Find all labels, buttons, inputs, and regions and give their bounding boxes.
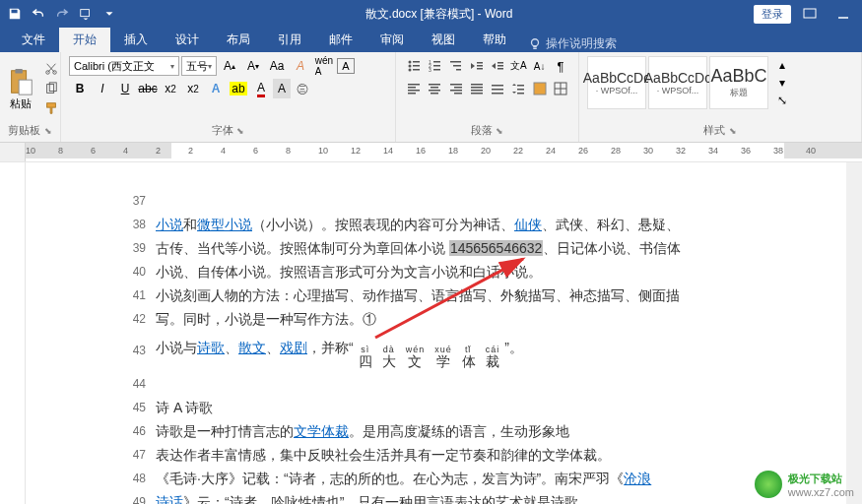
tab-mailings[interactable]: 邮件	[315, 28, 366, 52]
grow-font-icon[interactable]: A▴	[219, 56, 240, 76]
tab-insert[interactable]: 插入	[110, 28, 162, 52]
distribute-icon[interactable]	[488, 79, 507, 98]
ruler-mark: 6	[253, 146, 258, 156]
styles-up-icon[interactable]: ▴	[772, 56, 792, 74]
svg-point-14	[409, 65, 412, 68]
link-weixing[interactable]: 微型小说	[197, 217, 252, 232]
ribbon-display-icon[interactable]	[795, 0, 825, 28]
tab-references[interactable]: 引用	[264, 28, 315, 52]
text-direction-icon[interactable]: 文A	[508, 56, 528, 76]
cut-icon[interactable]	[41, 60, 61, 78]
link-shihua[interactable]: 诗话	[156, 494, 183, 504]
paste-button[interactable]: 粘贴	[6, 67, 35, 111]
svg-point-16	[409, 69, 412, 72]
show-marks-icon[interactable]: ¶	[551, 56, 570, 76]
justify-icon[interactable]	[467, 79, 487, 98]
copy-icon[interactable]	[41, 80, 61, 97]
svg-rect-35	[450, 84, 462, 86]
text-effects-icon[interactable]: A	[205, 79, 227, 98]
minimize-icon[interactable]	[829, 0, 858, 28]
chevron-down-icon[interactable]	[99, 3, 120, 25]
format-painter-icon[interactable]	[41, 99, 61, 117]
tab-layout[interactable]: 布局	[213, 28, 264, 52]
clipboard-icon	[6, 67, 35, 96]
multilevel-icon[interactable]	[446, 56, 466, 76]
style-wpsof-1[interactable]: AaBbCcDc· WPSOf...	[587, 56, 646, 109]
redo-icon[interactable]	[51, 3, 73, 25]
tab-design[interactable]: 设计	[162, 28, 213, 52]
char-border-icon[interactable]: A	[337, 58, 355, 74]
ruby-char: cái裁	[486, 346, 500, 368]
svg-point-3	[532, 38, 539, 45]
clear-format-icon[interactable]: A	[290, 56, 311, 76]
ruler-mark: 20	[481, 146, 491, 156]
link-xianxia[interactable]: 仙侠	[514, 217, 542, 232]
undo-icon[interactable]	[28, 3, 49, 25]
link-wenxue[interactable]: 文学体裁	[294, 423, 349, 439]
vertical-ruler[interactable]	[0, 162, 26, 504]
svg-rect-15	[413, 65, 420, 67]
subscript-button[interactable]: x2	[160, 79, 181, 98]
tab-help[interactable]: 帮助	[469, 28, 520, 52]
highlight-icon[interactable]: ab	[228, 79, 249, 98]
italic-button[interactable]: I	[92, 79, 113, 98]
styles-down-icon[interactable]: ▾	[772, 74, 792, 92]
link-xiju[interactable]: 戏剧	[280, 340, 307, 355]
paragraph-group-label: 段落	[471, 124, 493, 136]
tab-review[interactable]: 审阅	[366, 28, 418, 52]
superscript-button[interactable]: x2	[182, 79, 204, 98]
decrease-indent-icon[interactable]	[467, 56, 487, 76]
borders-icon[interactable]	[551, 79, 570, 98]
bullets-icon[interactable]	[404, 56, 424, 76]
enclose-char-icon[interactable]: ㊂	[292, 79, 313, 98]
line-spacing-icon[interactable]	[508, 79, 528, 98]
align-right-icon[interactable]	[446, 79, 466, 98]
ruler-mark: 4	[123, 146, 128, 156]
sort-icon[interactable]: A↓	[530, 56, 550, 76]
vertical-scrollbar[interactable]	[846, 162, 862, 504]
align-left-icon[interactable]	[404, 79, 424, 98]
phonetic-icon[interactable]: wénA	[313, 56, 335, 76]
strikethrough-button[interactable]: abc	[137, 79, 159, 98]
text-line: 《毛诗·大序》记载：“诗者，志的所的也。在心为志，发言为诗”。南宋严羽《沧浪	[156, 469, 651, 489]
tab-file[interactable]: 文件	[8, 28, 59, 52]
login-button[interactable]: 登录	[754, 5, 791, 24]
tab-view[interactable]: 视图	[418, 28, 469, 52]
ribbon: 粘贴 剪贴板 ⬊ Calibri (西文正文▾ 五号▾ A▴ A▾ Aa A w…	[0, 52, 862, 143]
style-wpsof-2[interactable]: AaBbCcDc· WPSOf...	[648, 56, 707, 109]
document-page[interactable]: 37 38 小说和微型小说（小小说）。按照表现的内容可分为神话、仙侠、武侠、科幻…	[26, 162, 862, 504]
align-center-icon[interactable]	[425, 79, 444, 98]
qat-customize-icon[interactable]	[75, 3, 97, 25]
link-sanwen[interactable]: 散文	[238, 340, 266, 355]
paragraph-launcher-icon[interactable]: ⬊	[496, 126, 503, 136]
tab-home[interactable]: 开始	[59, 28, 110, 52]
shading-icon[interactable]	[530, 79, 550, 98]
bold-button[interactable]: B	[69, 79, 91, 98]
link-xiaoshuo[interactable]: 小说	[156, 217, 183, 232]
font-launcher-icon[interactable]: ⬊	[236, 126, 244, 136]
font-color-icon[interactable]: A	[250, 79, 272, 98]
svg-rect-44	[492, 89, 503, 91]
svg-rect-45	[492, 93, 503, 94]
tell-me-search[interactable]: 操作说明搜索	[520, 35, 625, 52]
styles-more-icon[interactable]: ⤡	[772, 92, 792, 109]
char-shading-icon[interactable]: A	[273, 79, 291, 98]
change-case-icon[interactable]: Aa	[266, 56, 288, 76]
numbering-icon[interactable]: 123	[425, 56, 444, 76]
selected-text[interactable]: 145656546632	[449, 240, 543, 256]
underline-button[interactable]: U	[114, 79, 136, 98]
font-name-select[interactable]: Calibri (西文正文▾	[69, 56, 179, 76]
link-shige[interactable]: 诗歌	[197, 340, 225, 355]
font-size-select[interactable]: 五号▾	[181, 56, 217, 76]
save-icon[interactable]	[4, 3, 26, 25]
svg-rect-28	[408, 87, 416, 89]
clipboard-launcher-icon[interactable]: ⬊	[44, 126, 52, 136]
shrink-font-icon[interactable]: A▾	[242, 56, 264, 76]
link-canglang[interactable]: 沧浪	[624, 471, 651, 486]
horizontal-ruler[interactable]: 1086422468101214161820222426283032343638…	[0, 143, 862, 162]
clipboard-group-label: 剪贴板	[8, 124, 40, 136]
style-title[interactable]: AaBbC标题	[709, 56, 768, 109]
increase-indent-icon[interactable]	[488, 56, 507, 76]
ruby-char: tǐ体	[462, 346, 476, 368]
styles-launcher-icon[interactable]: ⬊	[729, 126, 737, 136]
